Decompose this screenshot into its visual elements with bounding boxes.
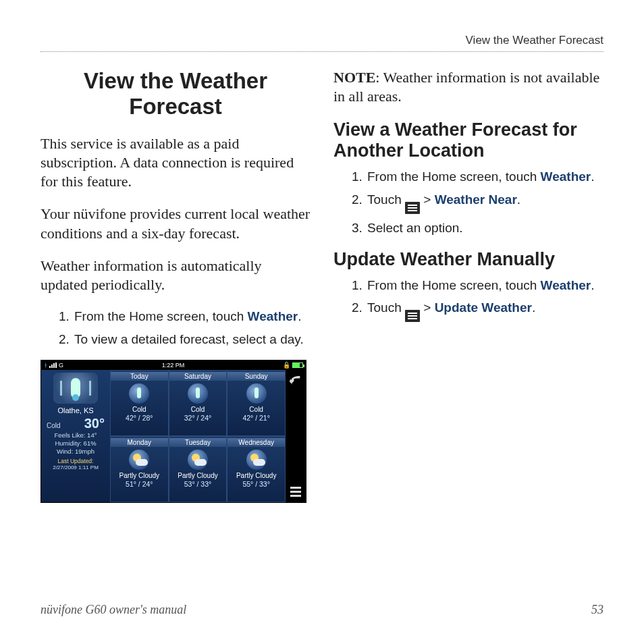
update-manually-steps: From the Home screen, touch Weather. Tou… <box>333 277 603 323</box>
two-column-layout: View the Weather Forecast This service i… <box>41 68 603 503</box>
weather-link: Weather <box>248 309 298 323</box>
forecast-hilow: 42° / 28° <box>126 414 153 422</box>
weather-icon <box>129 450 149 470</box>
day-label: Monday <box>111 438 168 447</box>
section-update-manually-title: Update Weather Manually <box>333 249 603 270</box>
step-2: To view a detailed forecast, select a da… <box>73 331 311 348</box>
battery-icon <box>292 363 303 368</box>
weather-app-screenshot: ᚼ G 1:22 PM 🔓 Olathe, KS <box>41 360 306 503</box>
page-title: View the Weather Forecast <box>41 68 311 119</box>
main-steps: From the Home screen, touch Weather. To … <box>41 308 311 348</box>
s2-step3: Select an option. <box>366 219 603 237</box>
section-another-location-title: View a Weather Forecast for Another Loca… <box>333 119 603 161</box>
forecast-hilow: 32° / 24° <box>184 414 212 422</box>
update-weather-link: Update Weather <box>435 300 532 315</box>
intro-paragraph-3: Weather information is automatically upd… <box>41 257 311 294</box>
forecast-hilow: 55° / 33° <box>242 480 270 488</box>
s2-step2-pre: Touch <box>367 192 405 207</box>
forecast-condition: Partly Cloudy <box>119 472 159 479</box>
last-updated-time: 2/27/2009 1:11 PM <box>53 464 99 471</box>
current-conditions-panel: Olathe, KS Cold 30° Feels Like: 14° Humi… <box>41 370 110 502</box>
day-label: Tuesday <box>169 438 227 447</box>
weather-icon <box>246 383 267 404</box>
weather-icon <box>188 450 208 470</box>
another-location-steps: From the Home screen, touch Weather. Tou… <box>333 168 603 236</box>
location-label: Olathe, KS <box>57 406 93 414</box>
forecast-condition: Cold <box>132 406 146 413</box>
last-updated-label: Last Updated: <box>58 458 94 464</box>
status-bar: ᚼ G 1:22 PM 🔓 <box>41 360 306 370</box>
weather-icon <box>188 383 208 404</box>
s2-step2-sep: > <box>420 192 435 207</box>
device-sidebar <box>286 370 306 502</box>
humidity: Humidity: 61% <box>55 439 96 448</box>
manual-name: nüvifone G60 owner's manual <box>41 603 186 617</box>
forecast-cell[interactable]: TuesdayPartly Cloudy53° / 33° <box>169 436 227 502</box>
s3-step2: Touch > Update Weather. <box>366 299 603 322</box>
forecast-cell[interactable]: SundayCold42° / 21° <box>227 370 286 436</box>
weather-icon <box>129 383 149 404</box>
feels-like: Feels Like: 14° <box>55 431 97 439</box>
day-label: Saturday <box>169 372 227 381</box>
forecast-cell[interactable]: WednesdayPartly Cloudy55° / 33° <box>227 436 286 502</box>
left-column: View the Weather Forecast This service i… <box>41 68 311 503</box>
day-label: Sunday <box>227 372 285 381</box>
menu-icon <box>405 202 420 214</box>
s3-step1: From the Home screen, touch Weather. <box>366 277 603 294</box>
forecast-grid: TodayCold42° / 28°SaturdayCold32° / 24°S… <box>110 370 286 502</box>
signal-icon <box>49 363 57 368</box>
menu-icon[interactable] <box>290 487 301 497</box>
weather-near-link: Weather Near <box>435 192 517 207</box>
note-paragraph: NOTE: Weather information is not availab… <box>333 68 603 106</box>
status-time: 1:22 PM <box>162 362 185 369</box>
carrier-label: G <box>59 362 63 369</box>
forecast-hilow: 42° / 21° <box>242 414 270 422</box>
forecast-cell[interactable]: SaturdayCold32° / 24° <box>169 370 227 436</box>
current-temp: 30° <box>84 416 105 431</box>
s2-step2: Touch > Weather Near. <box>366 191 603 214</box>
forecast-condition: Partly Cloudy <box>236 472 276 479</box>
intro-paragraph-1: This service is available as a paid subs… <box>41 134 311 191</box>
s2-step1: From the Home screen, touch Weather. <box>366 168 603 186</box>
forecast-cell[interactable]: MondayPartly Cloudy51° / 24° <box>110 436 169 502</box>
bluetooth-icon: ᚼ <box>44 362 47 369</box>
weather-icon <box>246 450 267 470</box>
forecast-hilow: 53° / 33° <box>184 480 212 488</box>
forecast-condition: Cold <box>191 406 205 413</box>
current-condition: Cold <box>47 422 61 429</box>
s3-step2-pre: Touch <box>367 300 405 315</box>
day-label: Today <box>111 372 168 381</box>
forecast-cell[interactable]: TodayCold42° / 28° <box>110 370 169 436</box>
day-label: Wednesday <box>227 438 285 447</box>
back-icon[interactable] <box>290 375 302 387</box>
s3-step2-sep: > <box>420 300 435 315</box>
running-header: View the Weather Forecast <box>41 34 603 52</box>
note-label: NOTE <box>333 69 375 86</box>
forecast-condition: Partly Cloudy <box>178 472 217 479</box>
step-1: From the Home screen, touch Weather. <box>73 308 311 325</box>
s2-step1-text: From the Home screen, touch <box>367 169 541 184</box>
weather-link: Weather <box>541 169 591 184</box>
forecast-hilow: 51° / 24° <box>126 480 153 488</box>
menu-icon <box>405 310 420 322</box>
weather-link: Weather <box>541 278 591 292</box>
page-footer: nüvifone G60 owner's manual 53 <box>41 603 603 617</box>
thermometer-icon <box>53 373 98 404</box>
page-number: 53 <box>591 603 603 617</box>
manual-page: View the Weather Forecast View the Weath… <box>0 0 644 644</box>
lock-icon: 🔓 <box>283 362 290 369</box>
right-column: NOTE: Weather information is not availab… <box>333 68 603 503</box>
wind: Wind: 19mph <box>57 448 95 456</box>
s3-step1-text: From the Home screen, touch <box>367 278 541 292</box>
step-1-text: From the Home screen, touch <box>74 309 248 323</box>
intro-paragraph-2: Your nüvifone provides current local wea… <box>41 205 311 242</box>
forecast-condition: Cold <box>249 406 263 413</box>
